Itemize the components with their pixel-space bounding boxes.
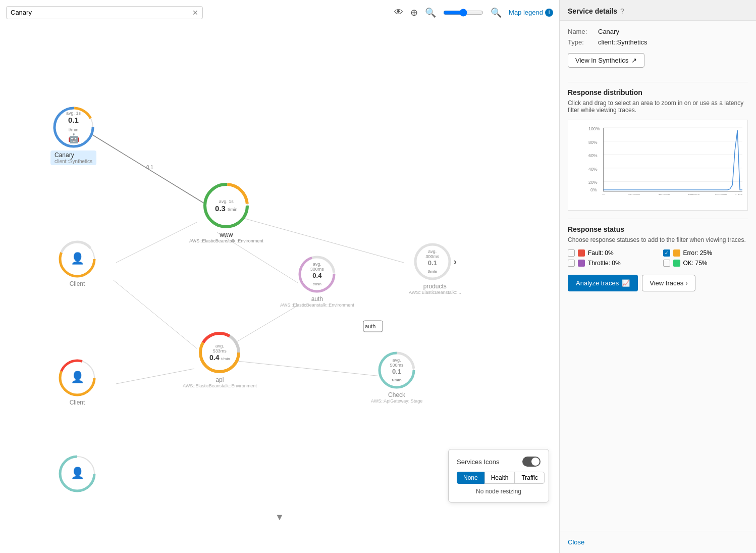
svg-text:80%: 80% (588, 140, 598, 145)
node-auth[interactable]: avg. 300ms 0.4 t/min auth AWS::ElasticBe… (280, 255, 354, 308)
panel-title: Service details (568, 7, 617, 15)
action-buttons: Analyze traces 📈 View traces › (568, 275, 748, 291)
svg-text:auth: auth (365, 323, 375, 329)
view-synthetics-button[interactable]: View in Synthetics ↗ (568, 53, 644, 68)
map-panel: ✕ 👁 ⊕ 🔍 🔍 Map legend i (0, 0, 559, 553)
svg-text:60%: 60% (588, 153, 598, 158)
zoom-range[interactable] (443, 9, 483, 17)
status-throttle[interactable]: Throttle: 0% (568, 260, 653, 267)
client2-label: Client (70, 399, 85, 406)
services-icons-label: Services Icons (457, 458, 500, 466)
response-status-desc: Choose response statuses to add to the f… (568, 236, 748, 243)
view-traces-button[interactable]: View traces › (642, 275, 695, 291)
status-ok[interactable]: OK: 75% (663, 260, 748, 267)
map-area[interactable]: 0.1 auth avg. 1s 0.1 t/min (0, 25, 559, 553)
status-error[interactable]: Error: 25% (663, 249, 748, 257)
canary-label: Canary (55, 152, 92, 159)
svg-line-5 (237, 361, 381, 376)
zoom-in-icon[interactable]: 🔍 (491, 7, 502, 18)
error-checkbox[interactable] (663, 249, 670, 257)
status-fault[interactable]: Fault: 0% (568, 249, 653, 257)
response-dist-title: Response distribution (568, 88, 748, 96)
toolbar: ✕ 👁 ⊕ 🔍 🔍 Map legend i (0, 0, 559, 25)
node-canary[interactable]: avg. 1s 0.1 t/min 🤖 Canary client::Synth… (50, 106, 96, 165)
btn-none[interactable]: None (457, 472, 484, 484)
node-check[interactable]: avg. 500ms 0.1 t/min Check AWS::ApiGatew… (371, 351, 422, 404)
response-chart[interactable]: 100% 80% 60% 40% 20% 0% (568, 120, 748, 211)
eye-icon[interactable]: 👁 (394, 7, 403, 18)
canary-icon: 🤖 (63, 133, 84, 144)
panel-content: Name: Canary Type: client::Synthetics Vi… (560, 21, 756, 307)
auth-sublabel: AWS::ElasticBeanstalk::Environment (280, 303, 354, 308)
svg-text:800ms: 800ms (715, 193, 727, 195)
controls-box: Services Icons None Health Traffic No no… (448, 449, 549, 502)
node-client2[interactable]: 👤 Client (58, 359, 96, 406)
svg-text:600ms: 600ms (688, 193, 700, 195)
services-icons-toggle[interactable] (522, 457, 541, 467)
response-status-title: Response status (568, 225, 748, 233)
close-button[interactable]: Close (568, 538, 584, 546)
svg-text:400ms: 400ms (658, 193, 670, 195)
ok-label: OK: 75% (683, 260, 708, 267)
view-synthetics-label: View in Synthetics (575, 57, 628, 64)
target-icon[interactable]: ⊕ (410, 7, 418, 18)
svg-text:0.1: 0.1 (146, 165, 153, 170)
auth-label: auth (311, 295, 323, 303)
btn-traffic[interactable]: Traffic (515, 472, 545, 484)
name-value: Canary (598, 28, 619, 35)
products-arrow[interactable]: › (454, 257, 457, 267)
fault-dot (578, 249, 585, 257)
view-traces-label: View traces (650, 279, 683, 287)
response-dist-desc: Click and drag to select an area to zoom… (568, 99, 748, 114)
ok-checkbox[interactable] (663, 260, 670, 267)
throttle-label: Throttle: 0% (588, 260, 621, 267)
fault-label: Fault: 0% (588, 249, 614, 257)
check-label: Check (388, 391, 405, 398)
products-label: products (423, 283, 447, 290)
svg-text:200ms: 200ms (628, 193, 640, 195)
zoom-out-icon[interactable]: 🔍 (425, 7, 436, 18)
zoom-slider[interactable] (443, 9, 483, 17)
analyze-traces-label: Analyze traces (576, 279, 619, 287)
info-icon: i (545, 9, 553, 17)
throttle-checkbox[interactable] (568, 260, 575, 267)
node-products[interactable]: avg. 300ms 0.1 t/min › products AWS::Ela… (409, 242, 461, 295)
right-panel: Service details ? Name: Canary Type: cli… (559, 0, 756, 553)
type-value: client::Synthetics (598, 38, 647, 46)
map-legend-button[interactable]: Map legend i (509, 9, 553, 17)
chevron-right-icon: › (685, 279, 687, 287)
name-label: Name: (568, 28, 598, 35)
svg-line-3 (116, 222, 197, 263)
type-label: Type: (568, 38, 598, 46)
canary-sublabel: client::Synthetics (55, 159, 92, 164)
www-label: www (220, 231, 233, 238)
svg-text:100%: 100% (588, 126, 600, 131)
node-client1[interactable]: 👤 Client (58, 240, 96, 287)
scroll-down-icon: ▼ (275, 512, 284, 523)
api-label: api (215, 376, 224, 383)
svg-text:20%: 20% (588, 180, 598, 185)
products-sublabel: AWS::ElasticBeanstalk::... (409, 290, 461, 295)
status-grid: Fault: 0% Error: 25% Throttle: 0% OK: 75… (568, 249, 748, 267)
search-input[interactable] (11, 9, 192, 16)
node-client3[interactable]: 👤 (58, 455, 96, 493)
search-box[interactable]: ✕ (6, 6, 203, 19)
btn-health[interactable]: Health (484, 472, 515, 484)
fault-checkbox[interactable] (568, 249, 575, 257)
svg-text:1.0s: 1.0s (735, 193, 742, 195)
analyze-traces-button[interactable]: Analyze traces 📈 (568, 275, 638, 291)
svg-text:0%: 0% (590, 187, 597, 192)
error-label: Error: 25% (683, 249, 712, 257)
www-sublabel: AWS::ElasticBeanstalk::Environment (189, 238, 263, 243)
throttle-dot (578, 260, 585, 267)
canary-avg: avg. 1s (63, 111, 84, 116)
chart-icon: 📈 (622, 279, 630, 287)
help-icon[interactable]: ? (620, 7, 624, 15)
check-sublabel: AWS::ApiGateway::Stage (371, 398, 422, 404)
canary-tpm: 0.1 t/min (63, 116, 84, 133)
clear-search-icon[interactable]: ✕ (192, 9, 198, 17)
node-www[interactable]: avg. 1s 0.3 t/min www AWS::ElasticBeanst… (189, 182, 263, 243)
node-api[interactable]: avg. 533ms 0.4 t/min api AWS::ElasticBea… (183, 331, 257, 388)
detail-name-row: Name: Canary (568, 28, 748, 35)
map-legend-label: Map legend (509, 9, 543, 16)
